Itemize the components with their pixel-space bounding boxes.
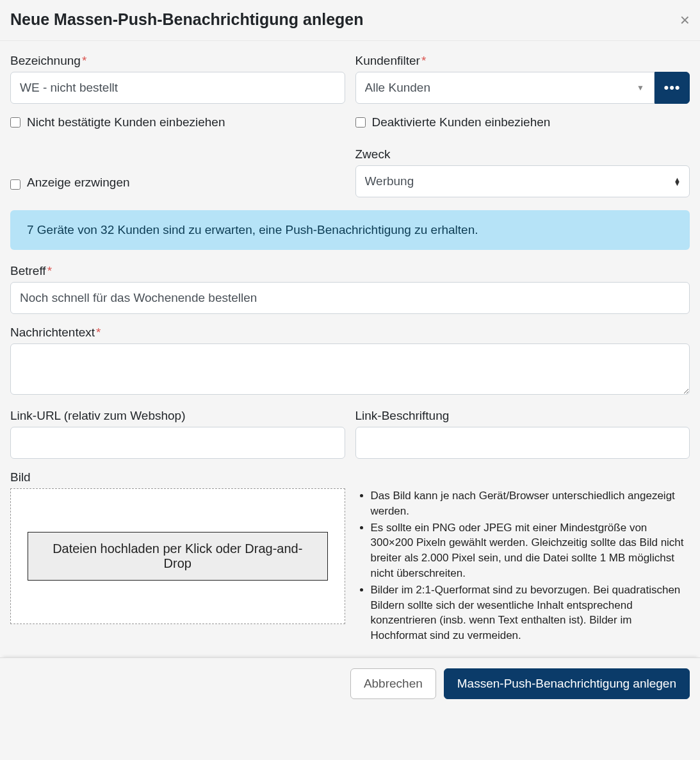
link-beschriftung-label: Link-Beschriftung [355, 409, 690, 423]
image-dropzone[interactable]: Dateien hochladen per Klick oder Drag-an… [10, 488, 345, 624]
kundenfilter-select[interactable] [355, 72, 655, 104]
betreff-label: Betreff [10, 264, 690, 278]
link-url-input[interactable] [10, 427, 345, 459]
modal-title: Neue Massen-Push-Benachrichtigung anlege… [10, 10, 364, 29]
image-hint-item: Es sollte ein PNG oder JPEG mit einer Mi… [371, 520, 690, 581]
nicht-bestaetigt-checkbox[interactable] [10, 117, 20, 128]
zweck-select[interactable] [355, 165, 690, 197]
modal-dialog: Neue Massen-Push-Benachrichtigung anlege… [0, 0, 700, 709]
image-upload-button[interactable]: Dateien hochladen per Klick oder Drag-an… [28, 532, 328, 581]
link-url-label: Link-URL (relativ zum Webshop) [10, 409, 345, 423]
anzeige-erzwingen-checkbox[interactable] [10, 179, 20, 190]
link-beschriftung-input[interactable] [355, 427, 690, 459]
kundenfilter-label: Kundenfilter [355, 54, 690, 68]
betreff-input[interactable] [10, 282, 690, 314]
info-banner: 7 Geräte von 32 Kunden sind zu erwarten,… [10, 210, 690, 250]
modal-footer: Abbrechen Massen-Push-Benachrichtigung a… [0, 657, 700, 709]
image-hint-item: Das Bild kann je nach Gerät/Browser unte… [371, 488, 690, 519]
modal-body: Bezeichnung Kundenfilter ▼ ••• [0, 41, 700, 645]
nachrichtentext-textarea[interactable] [10, 343, 690, 395]
nachrichtentext-label: Nachrichtentext [10, 326, 690, 340]
bezeichnung-input[interactable] [10, 72, 345, 104]
bezeichnung-label: Bezeichnung [10, 54, 345, 68]
modal-header: Neue Massen-Push-Benachrichtigung anlege… [0, 0, 700, 41]
close-button[interactable]: × [680, 12, 690, 28]
bild-label: Bild [10, 470, 690, 484]
deaktivierte-label: Deaktivierte Kunden einbeziehen [372, 115, 551, 129]
close-icon: × [680, 10, 690, 29]
zweck-label: Zweck [355, 147, 690, 161]
image-hint-item: Bilder im 2:1-Querformat sind zu bevorzu… [371, 582, 690, 643]
ellipsis-icon: ••• [663, 79, 680, 96]
image-hints: Das Bild kann je nach Gerät/Browser unte… [355, 488, 690, 643]
nicht-bestaetigt-label: Nicht bestätigte Kunden einbeziehen [27, 115, 225, 129]
kundenfilter-more-button[interactable]: ••• [655, 72, 690, 104]
submit-button[interactable]: Massen-Push-Benachrichtigung anlegen [444, 668, 690, 699]
deaktivierte-checkbox[interactable] [355, 117, 366, 128]
cancel-button[interactable]: Abbrechen [350, 668, 436, 699]
anzeige-erzwingen-label: Anzeige erzwingen [27, 176, 130, 190]
